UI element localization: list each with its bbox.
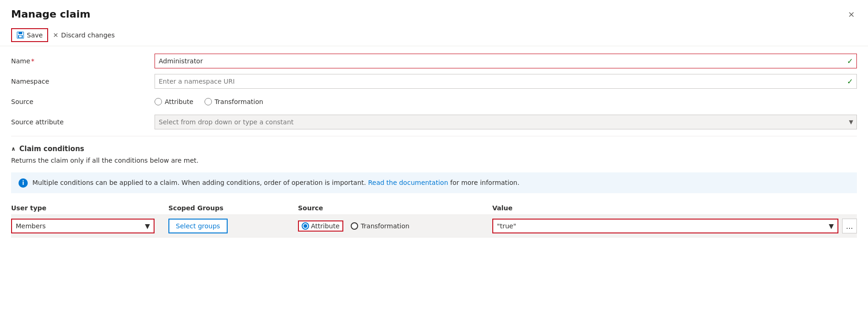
select-groups-button[interactable]: Select groups	[168, 219, 228, 233]
source-row: Source Attribute Transformation	[11, 92, 857, 112]
cell-value: "true" ▼ ...	[492, 219, 857, 233]
divider-1	[11, 136, 857, 136]
claim-conditions-header[interactable]: ∧ Claim conditions	[0, 140, 868, 156]
namespace-input[interactable]	[155, 74, 857, 89]
col-header-usertype: User type	[11, 204, 168, 212]
name-control: ✓	[155, 54, 857, 68]
row-transformation-radio-outer	[351, 222, 358, 230]
cell-scoped-groups: Select groups	[168, 219, 298, 233]
col-header-source: Source	[298, 204, 492, 212]
source-radio-group: Attribute Transformation	[155, 98, 857, 105]
source-label: Source	[11, 98, 155, 105]
table-header-row: User type Scoped Groups Source Value	[11, 201, 857, 215]
source-attribute-row: Source attribute ▼	[11, 112, 857, 132]
conditions-table: User type Scoped Groups Source Value Mem…	[0, 201, 868, 238]
cell-source: Attribute Transformation	[298, 220, 492, 232]
row-attribute-radio-outer	[302, 222, 309, 230]
info-banner: i Multiple conditions can be applied to …	[11, 172, 857, 193]
svg-rect-3	[19, 36, 22, 37]
row-source-attribute-selected[interactable]: Attribute	[298, 220, 343, 232]
col-header-scoped-groups: Scoped Groups	[168, 204, 298, 212]
value-dropdown[interactable]: "true" ▼	[492, 219, 838, 233]
name-row: Name* ✓	[11, 51, 857, 71]
close-icon[interactable]: ×	[846, 9, 857, 20]
row-attribute-radio-inner	[304, 224, 307, 228]
usertype-dropdown[interactable]: Members ▼	[11, 219, 155, 233]
required-star: *	[31, 57, 34, 65]
info-text: Multiple conditions can be applied to a …	[32, 178, 520, 188]
namespace-control: ✓	[155, 74, 857, 89]
dialog-header: Manage claim ×	[0, 0, 868, 25]
name-label: Name*	[11, 57, 155, 65]
namespace-row: Namespace ✓	[11, 71, 857, 92]
ellipsis-button[interactable]: ...	[842, 219, 857, 233]
value-chevron-icon: ▼	[829, 222, 834, 230]
row-transformation-radio[interactable]: Transformation	[351, 222, 409, 230]
namespace-label: Namespace	[11, 78, 155, 85]
cell-usertype: Members ▼	[11, 219, 168, 233]
save-button[interactable]: Save	[11, 28, 48, 42]
svg-rect-1	[19, 32, 22, 34]
save-icon	[17, 31, 24, 39]
source-control: Attribute Transformation	[155, 98, 857, 105]
form-section: Name* ✓ Namespace ✓ Source Attribut	[0, 46, 868, 132]
info-icon: i	[19, 178, 28, 188]
name-check-icon: ✓	[847, 57, 853, 66]
source-attribute-control: ▼	[155, 115, 857, 129]
source-attribute-input[interactable]	[155, 115, 857, 129]
row-source-radio-group: Attribute Transformation	[298, 220, 409, 232]
source-attribute-label: Source attribute	[11, 118, 155, 126]
dialog-title: Manage claim	[11, 8, 90, 20]
discard-x-icon: ✕	[53, 31, 58, 39]
namespace-check-icon: ✓	[847, 77, 853, 86]
conditions-description: Returns the claim only if all the condit…	[0, 156, 868, 169]
manage-claim-dialog: Manage claim × Save ✕ Discard changes Na…	[0, 0, 868, 324]
toolbar: Save ✕ Discard changes	[0, 25, 868, 46]
table-row: Members ▼ Select groups Attribute	[11, 215, 857, 238]
source-transformation-radio[interactable]: Transformation	[205, 98, 263, 105]
discard-button[interactable]: ✕ Discard changes	[48, 29, 119, 41]
usertype-chevron-icon: ▼	[145, 222, 150, 230]
source-attribute-chevron-icon: ▼	[849, 119, 853, 125]
name-input[interactable]	[155, 54, 857, 68]
source-attribute-radio[interactable]: Attribute	[155, 98, 193, 105]
chevron-up-icon: ∧	[11, 146, 16, 152]
read-documentation-link[interactable]: Read the documentation	[368, 179, 448, 186]
col-header-value: Value	[492, 204, 857, 212]
